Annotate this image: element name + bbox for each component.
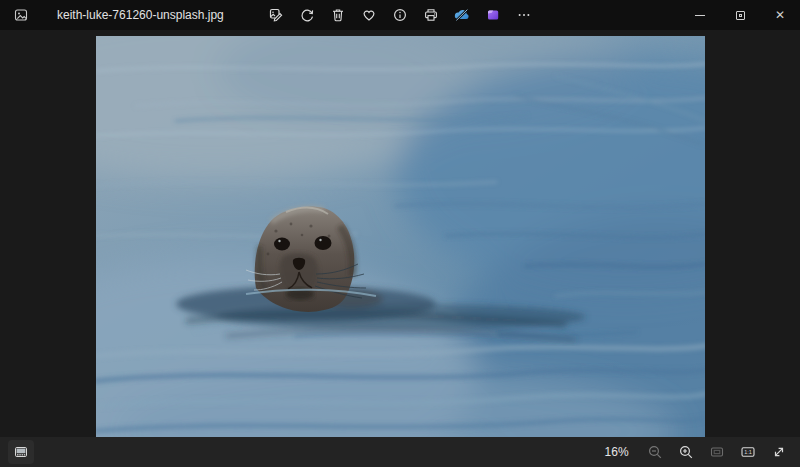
zoom-level-label: 16% <box>604 445 629 459</box>
photos-app-window: keith-luke-761260-unsplash.jpg <box>0 0 800 467</box>
actual-size-button[interactable]: 1:1 <box>735 440 761 464</box>
onedrive-status-button[interactable] <box>449 3 475 27</box>
minimize-icon <box>695 15 705 16</box>
filmstrip-toggle-icon <box>13 444 29 460</box>
favorite-heart-icon <box>361 7 377 23</box>
onedrive-unavailable-cloud-icon <box>453 7 471 23</box>
edit-image-icon <box>268 7 284 23</box>
print-icon <box>423 7 439 23</box>
file-info-button[interactable] <box>387 3 413 27</box>
maximize-button[interactable] <box>720 0 760 30</box>
file-name-label: keith-luke-761260-unsplash.jpg <box>57 8 224 22</box>
more-options-button[interactable] <box>511 3 537 27</box>
minimize-button[interactable] <box>680 0 720 30</box>
designer-button[interactable] <box>480 3 506 27</box>
favorite-button[interactable] <box>356 3 382 27</box>
zoom-out-icon <box>647 444 663 460</box>
designer-app-icon <box>485 7 501 23</box>
fullscreen-icon <box>771 444 787 460</box>
fullscreen-button[interactable] <box>766 440 792 464</box>
photo-image[interactable] <box>96 36 705 437</box>
zoom-in-icon <box>678 444 694 460</box>
delete-button[interactable] <box>325 3 351 27</box>
edit-image-button[interactable] <box>263 3 289 27</box>
title-bar: keith-luke-761260-unsplash.jpg <box>0 0 800 30</box>
fit-to-window-icon <box>709 444 725 460</box>
print-button[interactable] <box>418 3 444 27</box>
zoom-in-button[interactable] <box>673 440 699 464</box>
status-bar: 16% <box>0 437 800 467</box>
photo-gallery-icon <box>13 7 29 23</box>
see-all-photos-button[interactable] <box>8 3 34 27</box>
maximize-icon <box>736 11 745 20</box>
more-options-ellipsis-icon <box>516 7 532 23</box>
actual-size-icon: 1:1 <box>740 444 756 460</box>
rotate-icon <box>299 7 315 23</box>
filmstrip-toggle-button[interactable] <box>8 440 34 464</box>
close-button[interactable]: ✕ <box>760 0 800 30</box>
fit-to-window-button[interactable] <box>704 440 730 464</box>
actual-size-text: 1:1 <box>744 449 752 455</box>
window-controls: ✕ <box>680 0 800 30</box>
toolbar <box>263 0 537 30</box>
file-info-icon <box>392 7 408 23</box>
photo-canvas <box>0 30 800 437</box>
zoom-out-button[interactable] <box>642 440 668 464</box>
delete-icon <box>330 7 346 23</box>
close-icon: ✕ <box>775 9 785 21</box>
rotate-button[interactable] <box>294 3 320 27</box>
